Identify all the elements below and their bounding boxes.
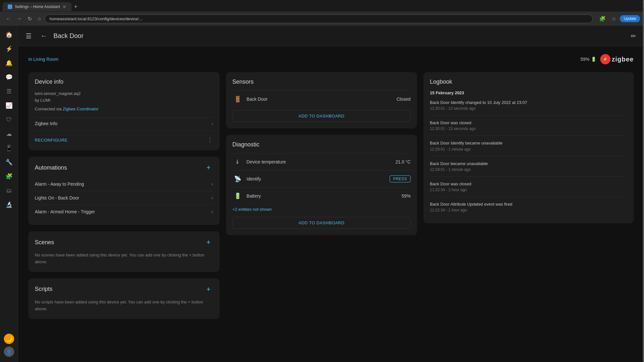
add-scene-button[interactable]: + — [204, 238, 213, 247]
active-tab[interactable]: Settings – Home Assistant ✕ — [3, 2, 71, 11]
sidebar-item-home[interactable]: 🏠 — [3, 28, 15, 41]
device-model: lumi.sensor_magnet.aq2 — [35, 90, 213, 97]
sidebar-item-alerts[interactable]: 🔔 — [3, 57, 15, 70]
right-column: Logbook 15 February 2023 Back Door Ident… — [423, 72, 634, 223]
address-bar[interactable]: homeassistant.local:8123/config/devices/… — [45, 14, 593, 23]
sensor-name-back-door: Back Door — [247, 97, 393, 102]
sidebar-item-mobile[interactable]: 📱 — [3, 142, 15, 154]
middle-column: Sensors 🚪 Back Door Closed ADD TO DASHBO… — [226, 72, 417, 235]
sidebar-item-history[interactable]: 📈 — [3, 99, 15, 112]
add-script-button[interactable]: + — [204, 285, 213, 294]
device-info-footer: RECONFIGURE ⋮ — [35, 131, 213, 144]
address-text: homeassistant.local:8123/config/devices/… — [50, 16, 142, 21]
automation-chevron-0: › — [211, 181, 213, 187]
sensor-name-battery: Battery — [247, 193, 398, 199]
zigbee-info-row[interactable]: Zigbee Info › — [35, 117, 213, 129]
press-button[interactable]: PRESS — [390, 175, 411, 182]
sensor-value-temperature: 21.0 °C — [395, 159, 411, 164]
browser-chrome: Settings – Home Assistant ✕ + ← → ↻ ⌂ ho… — [0, 0, 644, 26]
sensors-header: Sensors — [232, 79, 411, 85]
device-info-header: Device info — [35, 79, 213, 85]
app-container: 🏠 ⚡ 🔔 💬 ☰ 📈 🛡 ☁ 📱 🔧 🧩 🗂 🔬 🌙 👤 ☰ ← Back D… — [0, 26, 644, 362]
sensors-title: Sensors — [232, 79, 254, 85]
reload-button[interactable]: ↻ — [26, 14, 34, 23]
entities-hidden-link[interactable]: +2 entities not shown — [232, 204, 411, 214]
sidebar-item-chat[interactable]: 💬 — [3, 71, 15, 84]
forward-nav-button[interactable]: → — [15, 14, 24, 23]
logbook-divider-4 — [430, 197, 627, 197]
location-badge[interactable]: In Living Room — [28, 57, 58, 62]
battery-info: 59% 🔋 — [581, 57, 596, 62]
home-nav-button[interactable]: ⌂ — [36, 14, 43, 23]
update-button[interactable]: Update — [620, 15, 640, 22]
diagnostic-title: Diagnostic — [232, 141, 260, 148]
scripts-title: Scripts — [35, 286, 52, 292]
sidebar-item-lab[interactable]: 🔬 — [3, 198, 15, 211]
logbook-scrollbar[interactable] — [643, 46, 644, 362]
device-info-text: lumi.sensor_magnet.aq2 by LUMI Connected… — [35, 90, 213, 112]
sensor-row-back-door: 🚪 Back Door Closed — [232, 90, 411, 107]
scenes-header: Scenes + — [35, 238, 213, 247]
tab-title: Settings – Home Assistant — [15, 5, 60, 9]
sidebar-item-logbook[interactable]: ☰ — [3, 85, 15, 98]
sensor-row-identify: 📡 Identify PRESS — [232, 170, 411, 187]
add-to-dashboard-button-diagnostic[interactable]: ADD TO DASHBOARD — [232, 217, 411, 229]
bookmark-button[interactable]: ☆ — [610, 14, 618, 23]
main-content: In Living Room 59% 🔋 ⚡ zigbee — [18, 46, 644, 362]
diagnostic-card: Diagnostic 🌡 Device temperature 21.0 °C … — [226, 135, 417, 235]
content-header: In Living Room 59% 🔋 ⚡ zigbee — [28, 54, 634, 64]
zigbee-coordinator-link[interactable]: Zigbee Coordinator — [63, 107, 99, 111]
zigbee-info-label: Zigbee Info — [35, 121, 57, 126]
device-connection: Connected via Zigbee Coordinator — [35, 106, 213, 113]
scripts-card: Scripts + No scripts have been added usi… — [28, 278, 220, 319]
sensor-row-battery: 🔋 Battery 59% — [232, 187, 411, 204]
zigbee-brand-icon: ⚡ — [600, 54, 611, 64]
logbook-divider-2 — [430, 156, 627, 156]
logbook-divider-1 — [430, 135, 627, 136]
automation-item-0[interactable]: Alarm - Away to Pending › — [35, 177, 213, 191]
add-automation-button[interactable]: + — [204, 163, 213, 172]
automation-item-2[interactable]: Alarm - Armed Home - Trigger › — [35, 205, 213, 218]
automation-name-2: Alarm - Armed Home - Trigger — [35, 209, 95, 214]
sidebar-item-settings[interactable]: 🔧 — [3, 156, 15, 169]
more-options-button[interactable]: ⋮ — [207, 136, 213, 144]
sidebar-notification-badge[interactable]: 🌙 — [4, 334, 14, 344]
sensor-name-temperature: Device temperature — [247, 159, 392, 164]
automation-name-0: Alarm - Away to Pending — [35, 181, 84, 187]
sidebar-item-integrations[interactable]: 🧩 — [3, 170, 15, 183]
edit-button[interactable]: ✏ — [628, 30, 639, 42]
automation-item-1[interactable]: Lights On - Back Door › — [35, 191, 213, 205]
sensor-value-back-door: Closed — [397, 97, 411, 102]
logbook-scroll-area[interactable]: 15 February 2023 Back Door Identify chan… — [430, 90, 627, 217]
back-button[interactable]: ← — [38, 30, 50, 42]
zigbee-label: zigbee — [612, 56, 634, 63]
extensions-button[interactable]: 🧩 — [597, 14, 608, 23]
tab-close-button[interactable]: ✕ — [62, 4, 66, 9]
device-meta: 59% 🔋 ⚡ zigbee — [581, 54, 634, 64]
sidebar: 🏠 ⚡ 🔔 💬 ☰ 📈 🛡 ☁ 📱 🔧 🧩 🗂 🔬 🌙 👤 — [0, 26, 18, 362]
logbook-time-2: 12:29:01 - 1 minute ago — [430, 147, 626, 152]
sensor-name-identify: Identify — [247, 176, 386, 181]
sidebar-avatar[interactable]: 👤 — [4, 347, 14, 357]
door-icon: 🚪 — [232, 94, 243, 104]
back-nav-button[interactable]: ← — [4, 14, 13, 23]
logbook-header: Logbook — [430, 79, 627, 85]
sidebar-item-security[interactable]: 🛡 — [3, 113, 15, 126]
page-title: Back Door — [53, 32, 83, 40]
new-tab-button[interactable]: + — [71, 2, 80, 12]
sidebar-item-cloud[interactable]: ☁ — [3, 127, 15, 140]
sidebar-item-energy[interactable]: ⚡ — [3, 42, 15, 55]
sidebar-item-storage[interactable]: 🗂 — [3, 184, 15, 197]
logbook-time-5: 11:22:34 - 1 hour ago — [430, 208, 626, 212]
browser-actions: 🧩 ☆ Update — [597, 14, 640, 23]
automations-header: Automations + — [35, 163, 213, 172]
logbook-event-1: Back Door was closed — [430, 120, 626, 126]
reconfigure-button[interactable]: RECONFIGURE — [35, 136, 68, 144]
diagnostic-header: Diagnostic — [232, 141, 411, 148]
chevron-down-icon: › — [212, 121, 213, 126]
sensor-value-battery: 59% — [402, 193, 411, 199]
logbook-event-0: Back Door Identify changed to 10 July 20… — [430, 100, 626, 106]
add-to-dashboard-button-sensors[interactable]: ADD TO DASHBOARD — [232, 110, 411, 122]
logbook-time-3: 12:29:01 - 1 minute ago — [430, 167, 626, 172]
hamburger-button[interactable]: ☰ — [23, 30, 34, 42]
